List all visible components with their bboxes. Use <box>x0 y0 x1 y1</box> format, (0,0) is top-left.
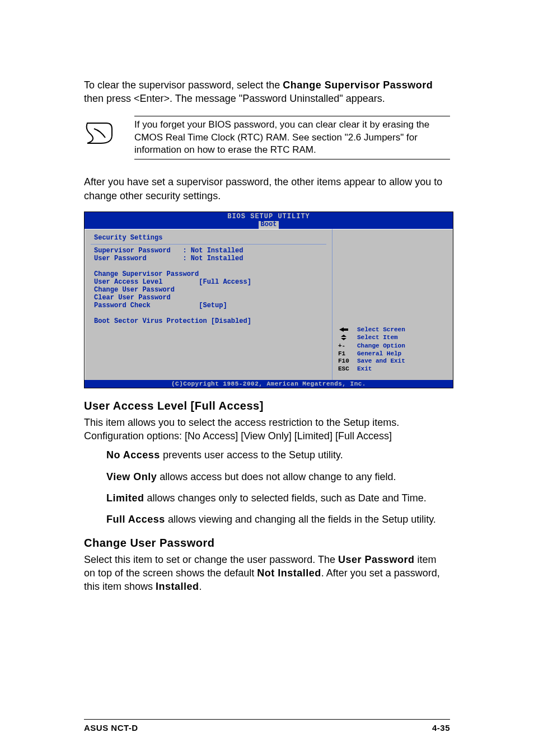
help-select-item: Select Item <box>357 334 398 342</box>
bios-ual-val: [Full Access] <box>199 278 251 286</box>
help-f10-desc: Save and Exit <box>357 358 405 365</box>
bios-change-sup: Change Supervisor Password <box>94 270 199 278</box>
opt-limited-t: allows changes only to selected fields, … <box>144 492 427 504</box>
options-list: No Access prevents user access to the Se… <box>106 448 450 526</box>
help-f10-key: F10 <box>338 358 357 365</box>
bios-boot-val: [Disabled] <box>211 317 251 325</box>
page-footer: ASUS NCT-D 4-35 <box>84 719 450 732</box>
arrow-left-icon <box>338 326 357 334</box>
opt-no-access-b: No Access <box>106 449 160 461</box>
opt-full-access: Full Access allows viewing and changing … <box>106 513 450 526</box>
bios-left-panel: Security Settings Supervisor Password : … <box>85 229 332 380</box>
help-pm-key: +- <box>338 342 357 350</box>
cup-heading: Change User Password <box>84 537 450 550</box>
cup-paragraph: Select this item to set or change the us… <box>84 553 450 594</box>
bios-title: BIOS SETUP UTILITY <box>85 213 453 220</box>
cup-b3: Installed <box>156 581 199 592</box>
cup-b2: Not Installed <box>257 567 321 579</box>
footer-page-number: 4-35 <box>432 723 450 732</box>
bios-pwcheck-label: Password Check <box>94 302 151 309</box>
bios-right-panel: Select Screen Select Item +-Change Optio… <box>332 229 453 380</box>
after-note-paragraph: After you have set a supervisor password… <box>84 175 450 203</box>
bios-user-pw-label: User Password <box>94 255 147 262</box>
ual-description: This item allows you to select the acces… <box>84 416 450 443</box>
opt-limited: Limited allows changes only to selected … <box>106 491 450 505</box>
bios-tab-boot: Boot <box>259 221 279 228</box>
opt-view-only: View Only allows access but does not all… <box>106 470 450 483</box>
bios-header: BIOS SETUP UTILITY Boot <box>85 212 453 229</box>
opt-view-only-b: View Only <box>106 471 157 482</box>
bios-section: Security Settings <box>94 234 162 242</box>
intro-pre: To clear the supervisor password, select… <box>84 79 283 91</box>
bios-change-user: Change User Password <box>94 286 175 294</box>
help-f1-key: F1 <box>338 350 357 358</box>
bios-ual-label: User Access Level <box>94 278 162 286</box>
bios-sup-pw-label: Supervisor Password <box>94 247 171 255</box>
help-pm-desc: Change Option <box>357 342 405 350</box>
bios-boot-label: Boot Sector Virus Protection <box>94 317 207 325</box>
note-icon <box>84 119 123 145</box>
opt-limited-b: Limited <box>106 492 144 504</box>
bios-help-keys: Select Screen Select Item +-Change Optio… <box>338 326 405 373</box>
opt-full-access-t: allows viewing and changing all the fiel… <box>165 514 436 525</box>
bios-user-pw-val: : Not Installed <box>182 255 243 262</box>
bios-pwcheck-val: [Setup] <box>199 302 227 309</box>
bios-copyright: (C)Copyright 1985-2002, American Megatre… <box>85 380 453 388</box>
footer-product: ASUS NCT-D <box>84 723 138 732</box>
help-esc-key: ESC <box>338 365 357 373</box>
opt-no-access: No Access prevents user access to the Se… <box>106 448 450 462</box>
opt-no-access-t: prevents user access to the Setup utilit… <box>160 449 343 461</box>
intro-post: then press <Enter>. The message "Passwor… <box>84 93 385 104</box>
bios-clear-user: Clear User Password <box>94 294 171 302</box>
intro-bold: Change Supervisor Password <box>283 79 433 91</box>
note-text: If you forget your BIOS password, you ca… <box>123 119 450 157</box>
arrow-updown-icon <box>338 334 357 342</box>
cup-t4: . <box>199 581 202 592</box>
ual-heading: User Access Level [Full Access] <box>84 400 450 412</box>
note-block: If you forget your BIOS password, you ca… <box>84 116 450 160</box>
intro-paragraph: To clear the supervisor password, select… <box>84 78 450 106</box>
help-select-screen: Select Screen <box>357 326 405 334</box>
bios-sup-pw-val: : Not Installed <box>182 247 243 255</box>
help-esc-desc: Exit <box>357 365 372 373</box>
bios-screenshot: BIOS SETUP UTILITY Boot Security Setting… <box>84 212 453 388</box>
opt-full-access-b: Full Access <box>106 514 165 525</box>
cup-b1: User Password <box>338 554 415 565</box>
cup-t1: Select this item to set or change the us… <box>84 554 338 565</box>
opt-view-only-t: allows access but does not allow change … <box>157 471 396 482</box>
help-f1-desc: General Help <box>357 350 401 358</box>
